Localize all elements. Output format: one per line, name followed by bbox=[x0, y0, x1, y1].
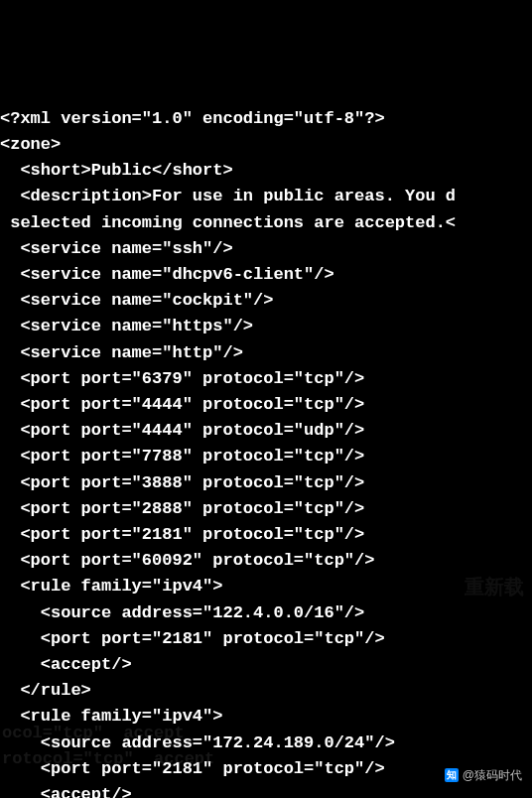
code-line: <port port="3888" protocol="tcp"/> bbox=[0, 470, 532, 496]
code-line: <service name="dhcpv6-client"/> bbox=[0, 262, 532, 288]
code-line: <port port="6379" protocol="tcp"/> bbox=[0, 366, 532, 392]
code-line: selected incoming connections are accept… bbox=[0, 210, 532, 236]
code-line: <port port="4444" protocol="udp"/> bbox=[0, 418, 532, 444]
code-line: <description>For use in public areas. Yo… bbox=[0, 184, 532, 209]
code-line: <port port="2181" protocol="tcp"/> bbox=[0, 626, 532, 652]
code-line: <short>Public</short> bbox=[0, 158, 532, 184]
code-line: <service name="cockpit"/> bbox=[0, 288, 532, 314]
xml-code-block: <?xml version="1.0" encoding="utf-8"?><z… bbox=[0, 104, 532, 798]
watermark: 知 @猿码时代 bbox=[445, 762, 522, 788]
code-line: <port port="2888" protocol="tcp"/> bbox=[0, 496, 532, 522]
code-line: <accept/> bbox=[0, 652, 532, 678]
code-line: <port port="2181" protocol="tcp"/> bbox=[0, 522, 532, 548]
code-line: <service name="ssh"/> bbox=[0, 236, 532, 262]
code-line: </rule> bbox=[0, 678, 532, 704]
code-line: <rule family="ipv4"> bbox=[0, 574, 532, 599]
code-line: <port port="4444" protocol="tcp"/> bbox=[0, 392, 532, 418]
code-line: <zone> bbox=[0, 132, 532, 158]
watermark-text: @猿码时代 bbox=[463, 762, 522, 788]
code-line: <source address="172.24.189.0/24"/> bbox=[0, 731, 532, 756]
code-line: <port port="60092" protocol="tcp"/> bbox=[0, 548, 532, 574]
zhihu-icon: 知 bbox=[445, 768, 459, 782]
code-line: <?xml version="1.0" encoding="utf-8"?> bbox=[0, 106, 532, 132]
code-line: <service name="http"/> bbox=[0, 340, 532, 366]
code-line: <service name="https"/> bbox=[0, 314, 532, 339]
code-line: <rule family="ipv4"> bbox=[0, 704, 532, 730]
code-line: <source address="122.4.0.0/16"/> bbox=[0, 600, 532, 626]
code-line: <port port="7788" protocol="tcp"/> bbox=[0, 444, 532, 469]
